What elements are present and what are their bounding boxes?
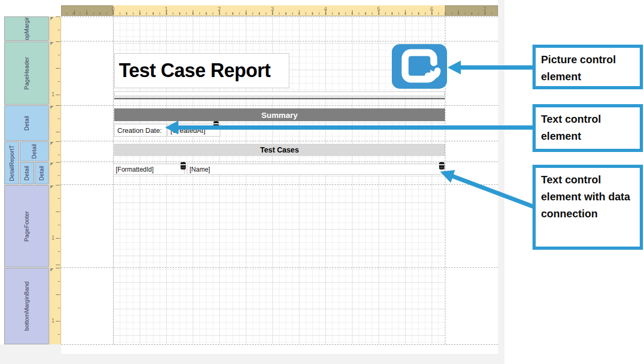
callout-text: Text control element [541, 113, 601, 142]
band-origin-marker-icon [50, 185, 54, 189]
test-cases-header-text: Test Cases [260, 146, 299, 154]
band-label-page-header[interactable]: PageHeader [4, 41, 49, 105]
summary-header-control[interactable]: Summary [114, 108, 445, 121]
band-label-text: Detail [24, 166, 30, 181]
band-label-nested-detail[interactable]: Detail [35, 162, 49, 184]
created-at-text: [CreatedAt] [170, 126, 205, 134]
summary-header-text: Summary [261, 111, 297, 120]
vruler-segment: 1 [50, 268, 61, 344]
callout-text-control-data: Text control element with data connectio… [533, 165, 643, 250]
vruler-segment [50, 16, 61, 41]
band-separator [61, 105, 498, 106]
callout-text: Picture control element [541, 54, 616, 82]
vruler-inch-label: 1 [51, 318, 55, 324]
band-label-text: PageFooter [23, 211, 30, 241]
band-origin-marker-icon [50, 17, 54, 20]
margin-guide-left [113, 16, 114, 344]
band-separator [61, 162, 498, 162]
vruler-inch-label: 1 [51, 91, 55, 97]
vertical-ruler[interactable]: 1 1 1 [49, 16, 61, 344]
ruler-mark: 3 [267, 6, 278, 12]
band-label-text: Detail [23, 115, 30, 130]
band-label-top-margin[interactable]: topMargin [4, 16, 49, 41]
callout-text: Text control element with data connectio… [541, 174, 630, 219]
line-control[interactable] [114, 98, 445, 99]
band-separator [61, 184, 498, 185]
band-label-detail[interactable]: Detail [4, 105, 49, 141]
band-label-text: topMargin [23, 16, 30, 41]
vruler-inch-label: 1 [51, 235, 55, 241]
band-label-text: Detail [39, 166, 45, 181]
test-cases-header-control[interactable]: Test Cases [114, 144, 445, 156]
creation-date-text: Creation Date: [117, 126, 162, 134]
ruler-mark: 0 [108, 6, 118, 12]
canvas-gutter-bottom [0, 354, 504, 364]
band-origin-marker-icon [50, 106, 54, 109]
database-binding-icon [213, 121, 219, 129]
vruler-segment [50, 162, 61, 184]
callout-text-control: Text control element [533, 104, 643, 152]
ruler-mark: 5 [373, 6, 384, 12]
name-field-control[interactable]: [Name] [187, 164, 445, 175]
vruler-segment: 1 [50, 41, 61, 105]
band-label-detail-report-detail[interactable]: Detail [20, 141, 49, 162]
band-label-text: bottomMarginBand [23, 282, 30, 331]
picture-control[interactable] [392, 44, 447, 89]
band-separator [61, 16, 498, 17]
ruler-mark: 6 [426, 6, 437, 12]
band-origin-marker-icon [50, 142, 54, 145]
band-origin-marker-icon [50, 268, 54, 272]
database-binding-icon [439, 162, 444, 170]
ruler-mark: 1 [161, 6, 171, 12]
vruler-segment: 1 [50, 185, 61, 267]
report-title-text: Test Case Report [119, 60, 270, 82]
band-label-text: Detail [31, 144, 38, 159]
vruler-segment [50, 105, 61, 141]
formatted-id-text: [FormattedId] [116, 166, 153, 173]
canvas-gutter-left [0, 344, 61, 364]
creation-date-label-control[interactable]: Creation Date: [114, 124, 167, 137]
separator-box-control[interactable] [114, 91, 445, 96]
report-page[interactable]: 0 1 2 3 4 5 6 7 Test Case Report [61, 5, 498, 354]
formatted-id-field-control[interactable]: [FormattedId] [113, 164, 185, 175]
name-field-text: [Name] [190, 166, 210, 173]
band-label-bottom-margin[interactable]: bottomMarginBand [4, 268, 49, 344]
callout-picture-control: Picture control element [533, 45, 643, 89]
band-label-text: DetailReportT [8, 145, 15, 181]
database-binding-icon [181, 162, 186, 170]
band-separator [61, 141, 498, 141]
canvas-gutter-right [498, 0, 504, 364]
band-label-nested-detail-report[interactable]: Detail [20, 162, 34, 184]
report-title-control[interactable]: Test Case Report [114, 53, 289, 88]
report-designer: topMargin PageHeader Detail DetailReport… [0, 0, 644, 364]
band-origin-marker-icon [50, 42, 54, 45]
band-separator [61, 344, 498, 345]
qtest-logo-icon [392, 44, 447, 89]
created-at-field-control[interactable]: [CreatedAt] [167, 124, 220, 137]
band-separator [61, 267, 498, 268]
ruler-mark: 7 [479, 6, 490, 12]
band-label-page-footer[interactable]: PageFooter [4, 185, 49, 267]
horizontal-ruler[interactable]: 0 1 2 3 4 5 6 7 [61, 5, 498, 16]
ruler-mark: 4 [320, 6, 331, 12]
vruler-segment [50, 141, 61, 162]
band-origin-marker-icon [50, 163, 54, 166]
ruler-mark: 2 [214, 6, 225, 12]
band-separator [61, 41, 498, 41]
band-label-detail-report[interactable]: DetailReportT [4, 141, 19, 184]
band-label-text: PageHeader [23, 57, 30, 90]
